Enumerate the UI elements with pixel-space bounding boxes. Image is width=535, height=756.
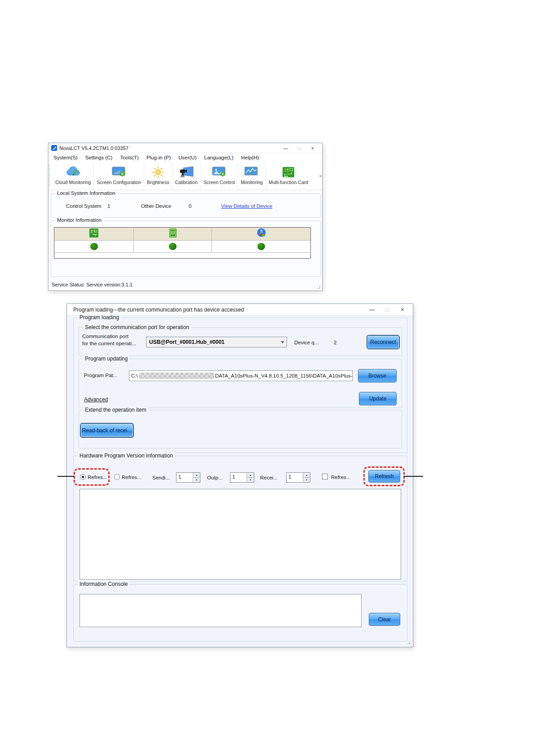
- menu-language[interactable]: Language(L): [204, 155, 234, 160]
- view-details-link[interactable]: View Details of Device: [221, 203, 272, 209]
- group-label: Monitor Information: [55, 217, 103, 223]
- chevron-down-icon: [279, 341, 287, 343]
- novalct-main-window: NovaLCT V5.4.2CTM1.0.03357 — □ × System(…: [48, 143, 323, 291]
- menu-settings[interactable]: Settings (C): [85, 155, 113, 160]
- monitor-cell: [212, 228, 310, 240]
- refresh-one-radio[interactable]: [114, 474, 120, 480]
- toolbar-screen-configuration[interactable]: Screen Configuration: [93, 162, 144, 189]
- calibration-icon: [179, 166, 194, 178]
- advanced-link[interactable]: Advanced: [84, 396, 108, 403]
- annotation-leader-line-right: [404, 476, 423, 477]
- clear-button[interactable]: Clear: [369, 613, 400, 626]
- readback-button[interactable]: Read-back of recei...: [80, 423, 133, 437]
- update-button[interactable]: Update: [359, 392, 397, 405]
- refresh-checkbox[interactable]: [322, 474, 328, 479]
- screen-control-icon: [212, 166, 227, 178]
- comm-port-label-line2: for the current operati...: [82, 341, 136, 346]
- output-spinner[interactable]: 1: [230, 472, 254, 483]
- redacted-path-segment: [139, 373, 214, 379]
- browse-button[interactable]: Browse: [358, 369, 397, 382]
- program-loading-dialog: Program loading---the current communicat…: [66, 303, 413, 647]
- toolbar-label: Multi-function Card: [269, 180, 308, 185]
- status-ok-dot: [90, 243, 98, 250]
- sending-label: Sendi...: [152, 475, 170, 480]
- screen-configuration-icon: [111, 166, 127, 178]
- annotation-box-radio: [74, 468, 110, 486]
- program-path-label: Program Pat...: [84, 373, 117, 378]
- monitor-information-group: Monitor Information: [51, 220, 321, 277]
- toolbar-brightness[interactable]: Brightness: [144, 162, 172, 189]
- monitor-cell: [133, 241, 212, 252]
- toolbar-cloud-monitoring[interactable]: Cloud Monitoring: [53, 162, 93, 189]
- toolbar-label: Monitoring: [241, 180, 263, 185]
- maximize-button[interactable]: □: [380, 304, 395, 315]
- toolbar-label: Cloud Monitoring: [55, 180, 91, 185]
- comm-port-select[interactable]: USB@Port_#0001.Hub_#0001: [146, 337, 287, 347]
- spin-up-icon[interactable]: [247, 473, 254, 478]
- local-system-information-group: Local System Information Control System …: [51, 193, 321, 218]
- minimize-button[interactable]: —: [279, 144, 292, 153]
- toolbar-grip[interactable]: [49, 165, 52, 187]
- toolbar-monitoring[interactable]: Monitoring: [238, 162, 265, 189]
- spin-up-icon[interactable]: [303, 473, 310, 478]
- toolbar: Cloud Monitoring Screen Configuration Br…: [49, 162, 322, 190]
- sending-card-icon: [89, 228, 99, 240]
- toolbar-multi-function-card[interactable]: Multi-function Card: [265, 162, 311, 189]
- toolbar-label: Brightness: [147, 180, 169, 185]
- group-label: Information Console: [78, 581, 129, 587]
- path-prefix: C:\: [131, 373, 138, 378]
- maximize-button[interactable]: □: [292, 144, 306, 153]
- sending-spinner[interactable]: 1: [176, 472, 200, 483]
- device-qty-label: Device q...: [294, 340, 318, 345]
- receiving-value: 1: [287, 473, 303, 482]
- monitor-cell: [54, 241, 133, 252]
- control-system-label: Control System: [66, 203, 102, 209]
- toolbar-label: Screen Control: [203, 180, 235, 185]
- other-device-label: Other Device: [141, 203, 171, 209]
- minimize-button[interactable]: —: [364, 304, 380, 315]
- sending-value: 1: [177, 473, 193, 482]
- receiving-label: Recei...: [260, 475, 278, 480]
- toolbar-screen-control[interactable]: Screen Control: [200, 162, 238, 189]
- receiving-spinner[interactable]: 1: [286, 472, 310, 483]
- menu-help[interactable]: Help(H): [241, 155, 259, 160]
- resize-grip[interactable]: [316, 285, 321, 289]
- menu-system[interactable]: System(S): [53, 155, 78, 160]
- program-updating-group: Program updating: [79, 359, 402, 408]
- monitor-cell: [54, 228, 133, 240]
- close-button[interactable]: ×: [306, 144, 319, 153]
- control-system-value: 1: [107, 203, 110, 209]
- menu-tools[interactable]: Tools(T): [120, 155, 139, 160]
- program-path-input[interactable]: C:\ DATA_A10sPlus-N_V4.8.10.5_1208_1156\…: [129, 370, 353, 381]
- output-value: 1: [230, 473, 247, 482]
- monitor-cell: [212, 241, 310, 252]
- spin-down-icon[interactable]: [193, 478, 200, 482]
- monitor-table: [54, 227, 311, 259]
- group-label: Program updating: [83, 356, 129, 362]
- menu-plugin[interactable]: Plug-in (P): [146, 155, 171, 160]
- version-info-list[interactable]: [80, 489, 401, 580]
- spin-up-icon[interactable]: [193, 473, 200, 478]
- monitor-status-row: [54, 240, 310, 252]
- toolbar-label: Calibration: [175, 180, 198, 185]
- brightness-icon: [152, 166, 164, 178]
- temperature-icon: [256, 228, 266, 240]
- monitor-empty-row: [54, 252, 310, 258]
- annotation-box-refresh: [363, 466, 405, 486]
- menu-user[interactable]: User(U): [178, 155, 196, 160]
- toolbar-calibration[interactable]: Calibration: [172, 162, 200, 189]
- reconnect-button[interactable]: Reconnect: [367, 335, 399, 349]
- spin-down-icon[interactable]: [247, 478, 254, 482]
- menubar: System(S) Settings (C) Tools(T) Plug-in …: [49, 153, 322, 162]
- console-textarea[interactable]: [80, 594, 362, 627]
- novalct-logo-icon: [51, 145, 57, 151]
- spin-down-icon[interactable]: [303, 478, 310, 482]
- toolbar-overflow-icon[interactable]: ≡: [319, 174, 322, 178]
- group-label: Extend the operation item: [83, 407, 148, 413]
- monitoring-icon: [244, 166, 259, 178]
- group-label: Hardware Program Version Information: [78, 453, 175, 459]
- other-device-value: 0: [189, 203, 191, 209]
- close-button[interactable]: ×: [395, 304, 410, 315]
- receiving-card-icon: [168, 228, 178, 240]
- dialog-title: Program loading---the current communicat…: [73, 307, 364, 313]
